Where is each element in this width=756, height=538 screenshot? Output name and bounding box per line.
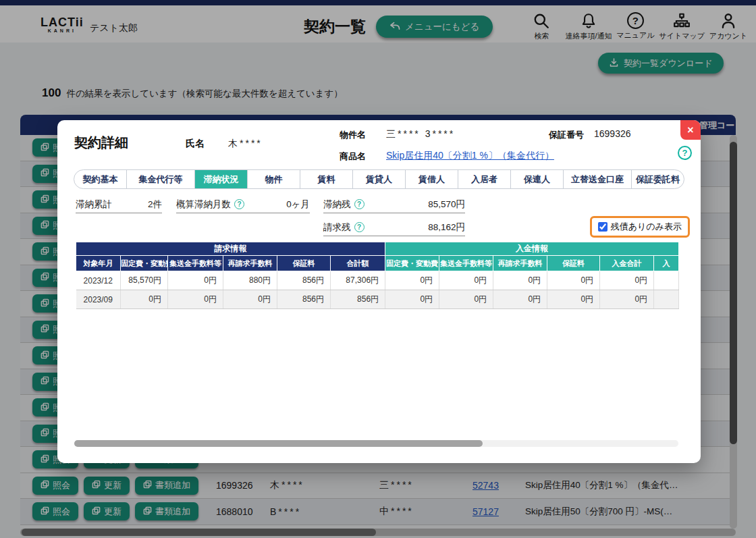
tab-lessor[interactable]: 賃貸人	[352, 170, 405, 188]
column-header: 集送金手数料等	[439, 256, 493, 271]
column-header: 固定費・変動費	[121, 256, 168, 271]
help-icon[interactable]	[354, 199, 364, 209]
cell-payment: 0円	[385, 271, 439, 290]
cell-payment: 0円	[547, 290, 600, 309]
remaining-debt-checkbox[interactable]	[598, 222, 608, 232]
modal-horizontal-scrollbar-thumb[interactable]	[74, 440, 483, 447]
cell-billing: 856円	[277, 271, 331, 290]
product-name-label: 商品名	[340, 151, 366, 163]
arrears-total-value: 2件	[148, 198, 162, 211]
column-header: 集送金手数料等	[168, 256, 223, 271]
cell-billing: 85,570円	[121, 271, 168, 290]
name-value: 木****	[228, 138, 263, 150]
column-header: 保証料	[277, 256, 331, 271]
cell-month: 2023/12	[76, 271, 121, 290]
arrears-detail-table: 請求情報 入金情報 対象年月 固定費・変動費 集送金手数料等 再請求手数料 保証…	[76, 242, 680, 309]
remaining-debt-filter: 残債ありのみ表示	[590, 216, 690, 238]
cell-billing: 0円	[121, 290, 168, 309]
tab-collection-agency[interactable]: 集金代行等	[126, 170, 194, 188]
modal-horizontal-scrollbar[interactable]	[74, 440, 678, 447]
property-name-value: 三**** 3****	[386, 128, 455, 140]
cell-payment: 0円	[439, 271, 493, 290]
approx-months-field: 概算滞納月数 0ヶ月	[176, 196, 310, 213]
column-header: 入金合計	[600, 256, 654, 271]
cell-payment: 0円	[547, 271, 600, 290]
help-icon[interactable]	[678, 146, 692, 160]
help-icon[interactable]	[354, 222, 364, 232]
cell-payment	[654, 271, 679, 290]
arrears-balance-field: 滞納残 85,570円	[323, 196, 465, 213]
cell-billing: 0円	[168, 271, 223, 290]
column-header: 合計額	[331, 256, 385, 271]
cell-payment: 0円	[600, 290, 654, 309]
tab-guarantor[interactable]: 保連人	[510, 170, 563, 188]
guarantee-no-label: 保証番号	[549, 129, 584, 141]
name-label: 氏名	[186, 138, 205, 150]
tab-arrears-status[interactable]: 滞納状況	[194, 170, 247, 188]
tab-lessee[interactable]: 賃借人	[405, 170, 458, 188]
cell-billing: 856円	[277, 290, 331, 309]
tab-contract-basic[interactable]: 契約基本	[74, 170, 126, 188]
tab-property[interactable]: 物件	[247, 170, 300, 188]
payment-group-header: 入金情報	[385, 242, 679, 256]
cell-payment	[654, 290, 679, 309]
cell-payment: 0円	[493, 271, 547, 290]
cell-payment: 0円	[385, 290, 439, 309]
column-header-row: 対象年月 固定費・変動費 集送金手数料等 再請求手数料 保証料 合計額 固定費・…	[76, 256, 679, 271]
table-row: 2023/09 0円 0円 0円 856円 856円 0円 0円 0円 0円 0…	[76, 290, 679, 309]
modal-title: 契約詳細	[74, 134, 128, 152]
tab-transfer-account[interactable]: 立替送金口座	[563, 170, 631, 188]
cell-billing: 0円	[168, 290, 223, 309]
table-row: 2023/12 85,570円 0円 880円 856円 87,306円 0円 …	[76, 271, 679, 290]
tab-resident[interactable]: 入居者	[458, 170, 510, 188]
column-header: 再請求手数料	[223, 256, 277, 271]
product-name-link[interactable]: Skip居住用40〔分割1 %〕（集金代行）	[386, 150, 554, 162]
cell-billing: 87,306円	[331, 271, 385, 290]
guarantee-no-value: 1699326	[594, 128, 631, 139]
arrears-balance-value: 85,570円	[428, 198, 465, 211]
approx-months-value: 0ヶ月	[286, 198, 310, 211]
tab-guarantee-fee[interactable]: 保証委託料	[631, 170, 684, 188]
arrears-total-label: 滞納累計	[76, 198, 112, 211]
cell-billing: 880円	[223, 271, 277, 290]
billing-balance-value: 88,162円	[428, 221, 465, 234]
cell-payment: 0円	[439, 290, 493, 309]
contract-detail-modal: 契約詳細 氏名 木**** 物件名 三**** 3**** 保証番号 16993…	[57, 120, 701, 463]
arrears-balance-label: 滞納残	[323, 198, 351, 211]
help-icon[interactable]	[234, 199, 244, 209]
property-name-label: 物件名	[340, 129, 366, 141]
billing-balance-field: 請求残 88,162円	[323, 219, 465, 236]
approx-months-label: 概算滞納月数	[176, 198, 231, 211]
column-header: 入	[654, 256, 679, 271]
detail-tabs: 契約基本 集金代行等 滞納状況 物件 賃料 賃貸人 賃借人 入居者 保連人 立替…	[74, 169, 684, 189]
cell-payment: 0円	[600, 271, 654, 290]
column-header: 再請求手数料	[493, 256, 547, 271]
billing-group-header: 請求情報	[76, 242, 385, 256]
column-header: 固定費・変動費	[385, 256, 439, 271]
cell-billing: 0円	[223, 290, 277, 309]
remaining-debt-checkbox-label: 残債ありのみ表示	[611, 221, 682, 233]
column-header: 対象年月	[76, 256, 121, 271]
cell-month: 2023/09	[76, 290, 121, 309]
billing-balance-label: 請求残	[323, 221, 351, 234]
group-header-row: 請求情報 入金情報	[76, 242, 679, 256]
column-header: 保証料	[547, 256, 600, 271]
cell-billing: 856円	[331, 290, 385, 309]
close-icon[interactable]	[680, 120, 701, 140]
cell-payment: 0円	[493, 290, 547, 309]
arrears-total-field: 滞納累計 2件	[76, 196, 162, 213]
tab-rent[interactable]: 賃料	[300, 170, 352, 188]
